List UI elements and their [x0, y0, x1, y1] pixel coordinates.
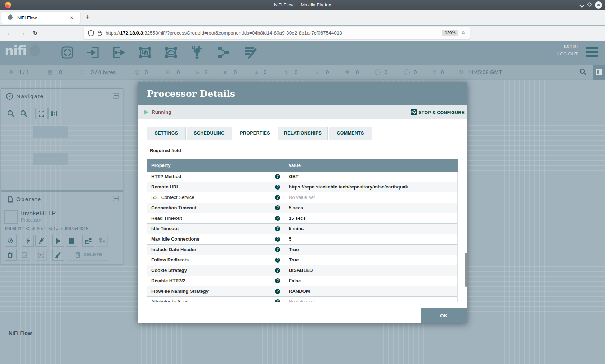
help-icon[interactable]: ? — [275, 216, 280, 221]
property-name: Include Date Header — [151, 245, 196, 255]
ok-button[interactable]: OK — [421, 308, 467, 323]
global-menu-icon[interactable] — [586, 47, 598, 59]
tab-scheduling[interactable]: SCHEDULING — [187, 127, 232, 140]
property-name: Attributes to Send — [151, 297, 188, 302]
property-row[interactable]: SSL Context Service?No value set — [147, 192, 458, 203]
url-bar[interactable]: https://172.18.0.3:32558/nifi/?processGr… — [84, 27, 470, 39]
property-value: No value set — [289, 192, 315, 203]
save-flow-version-button[interactable] — [82, 235, 94, 247]
operate-collapse-button[interactable] — [113, 196, 119, 201]
group-button — [35, 249, 47, 261]
property-row[interactable]: Read Timeout?15 secs — [147, 213, 458, 224]
back-button[interactable]: ← — [5, 29, 14, 37]
invalid-icon: ▲ — [254, 65, 259, 80]
compass-icon — [6, 92, 13, 100]
birdseye-minimap[interactable] — [5, 122, 119, 186]
tab-relationships[interactable]: RELATIONSHIPS — [278, 127, 328, 140]
help-icon[interactable]: ? — [275, 289, 280, 294]
zoom-actual-button[interactable] — [48, 108, 60, 119]
property-row[interactable]: Attributes to Send?No value set — [147, 297, 458, 302]
help-icon[interactable]: ? — [275, 247, 280, 252]
window-titlebar: NiFi Flow — Mozilla Firefox ✕ — [0, 0, 605, 10]
help-icon[interactable]: ? — [275, 205, 280, 210]
palette-funnel-icon[interactable] — [189, 45, 205, 60]
tab-properties[interactable]: PROPERTIES — [233, 127, 277, 141]
help-icon[interactable]: ? — [275, 237, 280, 242]
properties-table-header: Property Value — [147, 159, 458, 172]
change-color-button[interactable] — [52, 249, 64, 261]
property-row[interactable]: Remote URL?https://repo.stackable.tech/r… — [147, 182, 458, 192]
refresh-icon[interactable]: ↻ — [459, 65, 463, 80]
help-icon[interactable]: ? — [275, 258, 280, 263]
property-row[interactable]: Follow Redirects?True — [147, 255, 458, 265]
tab-close-icon[interactable]: ✕ — [68, 15, 75, 21]
locally-modified-icon: ✱ — [345, 65, 350, 80]
navigate-panel-title: Navigate — [16, 93, 44, 100]
property-row[interactable]: Idle Timeout?5 mins — [147, 224, 458, 234]
property-row[interactable]: Connection Timeout?5 secs — [147, 203, 458, 213]
property-row[interactable]: HTTP Method?GET — [147, 172, 458, 182]
lock-icon[interactable] — [97, 30, 103, 36]
browser-tab[interactable]: NiFi Flow ✕ — [1, 12, 80, 24]
zoom-in-button[interactable] — [5, 108, 17, 119]
tab-settings[interactable]: SETTINGS — [147, 127, 186, 140]
tab-comments[interactable]: COMMENTS — [329, 127, 372, 140]
start-button[interactable] — [52, 235, 64, 247]
tracking-shield-icon[interactable] — [88, 30, 94, 36]
run-status-label: Running — [152, 105, 171, 119]
search-icon[interactable] — [579, 68, 587, 76]
property-row[interactable]: Include Date Header?True — [147, 245, 458, 255]
property-value: No value set — [289, 297, 315, 302]
property-row[interactable]: Cookie Strategy?DISABLED — [147, 265, 458, 276]
zoom-out-button[interactable] — [18, 108, 30, 119]
help-icon[interactable]: ? — [275, 278, 280, 283]
enable-button[interactable] — [22, 235, 34, 247]
palette-label-icon[interactable] — [242, 45, 258, 60]
property-value: 5 — [289, 234, 291, 244]
selected-component-name: InvokeHTTP — [21, 210, 56, 217]
property-row[interactable]: Max Idle Connections?5 — [147, 234, 458, 245]
palette-output-port-icon[interactable] — [111, 45, 127, 60]
disable-button[interactable] — [35, 235, 47, 247]
stale-icon: ↑ — [375, 69, 381, 75]
help-icon[interactable]: ? — [275, 226, 280, 231]
window-title: NiFi Flow — Mozilla Firefox — [0, 0, 605, 10]
help-icon[interactable]: ? — [275, 174, 280, 179]
help-icon[interactable]: ? — [275, 268, 280, 273]
window-close-icon[interactable]: ✕ — [595, 1, 602, 9]
copy-button[interactable] — [5, 249, 17, 261]
new-tab-button[interactable]: + — [83, 13, 92, 22]
palette-template-icon[interactable] — [215, 45, 231, 60]
palette-remote-process-group-icon[interactable] — [163, 45, 179, 60]
table-scrollbar[interactable] — [465, 253, 467, 287]
nifi-statusbar: ❖1 / 1▦0≣0 / 0 bytes◎0⊘0▶2■0▲0↯0✓0✱0↑0!0… — [0, 65, 605, 80]
palette-processor-icon[interactable] — [59, 45, 75, 60]
property-value: True — [289, 255, 299, 265]
zoom-fit-button[interactable] — [35, 108, 48, 119]
operate-panel: Operate InvokeHTTP Processor 04b8fd14-80… — [1, 191, 123, 264]
property-value: RANDOM — [289, 286, 310, 296]
navigate-panel: Navigate — [1, 88, 123, 191]
palette-process-group-icon[interactable] — [137, 45, 153, 60]
window-minimize-icon[interactable] — [580, 3, 583, 7]
property-value: 15 secs — [289, 213, 306, 223]
palette-toggle-button[interactable] — [593, 65, 605, 80]
property-row[interactable]: FlowFile Naming Strategy?RANDOM — [147, 286, 458, 297]
forward-button[interactable]: → — [18, 29, 27, 37]
palette-input-port-icon[interactable] — [85, 45, 101, 60]
reload-button[interactable]: ↻ — [31, 29, 40, 37]
help-icon[interactable]: ? — [275, 185, 280, 190]
configure-gear-icon — [411, 109, 417, 115]
stop-button[interactable] — [66, 235, 77, 247]
breadcrumb[interactable]: NiFi Flow — [9, 330, 32, 336]
logout-link[interactable]: LOG OUT — [506, 51, 578, 56]
property-value: True — [289, 245, 299, 255]
help-icon[interactable]: ? — [275, 195, 280, 200]
navigate-collapse-button[interactable] — [113, 93, 119, 99]
bookmark-star-icon[interactable]: ☆ — [461, 29, 466, 36]
configuration-button[interactable] — [5, 235, 17, 247]
zoom-level-badge[interactable]: 120% — [442, 30, 458, 36]
property-row[interactable]: Disable HTTP/2?False — [147, 276, 458, 286]
stop-and-configure-button[interactable]: STOP & CONFIGURE — [418, 105, 465, 119]
help-icon[interactable]: ? — [275, 299, 280, 302]
